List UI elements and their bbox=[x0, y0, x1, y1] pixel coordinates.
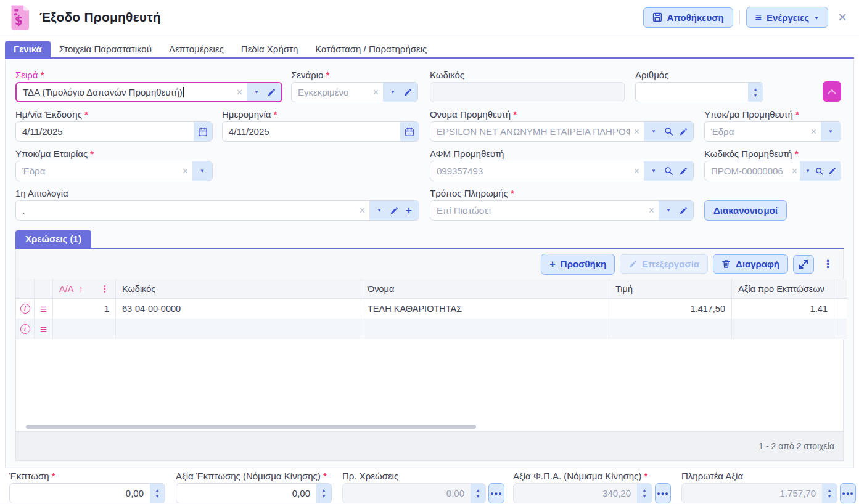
step-down-icon[interactable]: ▼ bbox=[754, 93, 758, 97]
hmerominia-input[interactable]: 4/11/2025 bbox=[222, 121, 419, 142]
axia-ekptosis-input[interactable]: 0,00 ▲ ▼ bbox=[176, 483, 332, 503]
header-timi[interactable]: Τιμή bbox=[609, 279, 732, 299]
edit-pencil-icon[interactable] bbox=[264, 83, 279, 101]
more-options-icon[interactable]: ●●● bbox=[655, 483, 671, 503]
number-stepper[interactable]: ▲ ▼ bbox=[637, 484, 652, 503]
step-down-icon[interactable]: ▼ bbox=[828, 494, 832, 498]
grid-delete-button[interactable]: Διαγραφή bbox=[713, 254, 788, 274]
sort-asc-icon[interactable]: ↑ bbox=[78, 284, 83, 294]
totals-bar: Έκπτωση 0,00 ▲ ▼ Αξία Έκπτωσης (Νόμισμα … bbox=[0, 471, 859, 503]
tab-leptomereies[interactable]: Λεπτομέρειες bbox=[160, 41, 232, 57]
step-down-icon[interactable]: ▼ bbox=[155, 494, 160, 498]
step-up-icon[interactable]: ▲ bbox=[155, 488, 160, 492]
scrollbar-thumb[interactable] bbox=[26, 425, 476, 429]
close-icon[interactable]: × bbox=[834, 10, 850, 25]
step-up-icon[interactable]: ▲ bbox=[476, 488, 480, 492]
table-row[interactable]: i ≡ 1 63-04-00-0000 ΤΕΛΗ ΚΑΘΑΡΙΟΤΗΤΑΣ 1.… bbox=[16, 299, 843, 319]
tab-charges[interactable]: Χρεώσεις (1) bbox=[15, 230, 91, 248]
tab-stoixeia-parastatikou[interactable]: Στοιχεία Παραστατικού bbox=[51, 41, 160, 57]
chevron-down-icon[interactable]: ▼ bbox=[385, 83, 400, 102]
search-icon[interactable] bbox=[661, 161, 676, 181]
more-options-icon[interactable]: ●●● bbox=[488, 483, 504, 503]
number-stepper[interactable]: ▲ ▼ bbox=[316, 484, 331, 503]
save-button[interactable]: Αποθήκευση bbox=[643, 7, 733, 28]
edit-pencil-icon[interactable] bbox=[676, 161, 691, 181]
search-icon[interactable] bbox=[661, 122, 676, 141]
chevron-down-icon[interactable]: ▼ bbox=[249, 83, 264, 101]
number-stepper[interactable]: ▲ ▼ bbox=[150, 484, 165, 503]
row-menu-icon[interactable]: ≡ bbox=[40, 303, 47, 315]
clear-icon[interactable]: × bbox=[369, 83, 383, 102]
add-icon[interactable]: + bbox=[401, 201, 416, 220]
chevron-down-icon[interactable]: ▼ bbox=[372, 201, 387, 220]
more-options-icon[interactable]: ●●● bbox=[840, 483, 856, 503]
tropos-pliromis-input[interactable]: Επί Πιστώσει × ▼ bbox=[430, 200, 694, 221]
actions-button[interactable]: ≡ Ενέργειες ▼ bbox=[746, 7, 828, 28]
search-icon[interactable] bbox=[813, 161, 826, 181]
tab-katastasi-paratiriseis[interactable]: Κατάσταση / Παρατηρήσεις bbox=[306, 41, 435, 57]
ypok-promitheuti-input[interactable]: Έδρα × ▼ bbox=[704, 121, 841, 142]
table-row[interactable]: i ≡ bbox=[16, 319, 843, 339]
clear-icon[interactable]: × bbox=[789, 161, 800, 181]
step-up-icon[interactable]: ▲ bbox=[828, 488, 832, 492]
onoma-promitheuti-input[interactable]: EPSILON NET ΑΝΩΝΥΜΗ ΕΤΑΙΡΕΙΑ ΠΛΗΡΟΦΟΡΙΚ.… bbox=[430, 121, 694, 142]
form-row-1: Σειρά ΤΔΑ (Τιμολόγιο Δαπανών Προμηθευτή)… bbox=[15, 70, 844, 109]
clear-icon[interactable]: × bbox=[630, 122, 644, 141]
number-stepper[interactable]: ▲ ▼ bbox=[471, 484, 485, 503]
header-axia[interactable]: Αξία προ Εκπτώσεων bbox=[732, 279, 834, 299]
clear-icon[interactable]: × bbox=[178, 161, 192, 181]
chevron-down-icon[interactable]: ▼ bbox=[646, 122, 661, 141]
clear-icon[interactable]: × bbox=[807, 122, 821, 141]
afm-input[interactable]: 099357493 × ▼ bbox=[430, 161, 694, 181]
header-kodikos[interactable]: Κωδικός bbox=[116, 279, 361, 299]
arithmos-input[interactable]: ▲ ▼ bbox=[635, 82, 763, 102]
ekptosi-input[interactable]: 0,00 ▲ ▼ bbox=[9, 483, 165, 503]
ypok-etairias-input[interactable]: Έδρα × ▼ bbox=[15, 161, 213, 181]
edit-pencil-icon[interactable] bbox=[387, 201, 401, 220]
settlements-button[interactable]: Διακανονισμοί bbox=[704, 200, 787, 221]
clear-icon[interactable]: × bbox=[644, 201, 659, 220]
row-menu-icon[interactable]: ≡ bbox=[40, 323, 47, 335]
collapse-header-button[interactable] bbox=[823, 81, 841, 102]
edit-pencil-icon[interactable] bbox=[676, 201, 691, 220]
clear-icon[interactable]: × bbox=[355, 201, 369, 220]
tab-pedia-xristi[interactable]: Πεδία Χρήστη bbox=[232, 41, 306, 57]
hm-ekdosis-input[interactable]: 4/11/2025 bbox=[15, 121, 213, 142]
edit-pencil-icon[interactable] bbox=[826, 161, 838, 181]
grid-more-menu-icon[interactable]: ⋮ bbox=[819, 258, 837, 270]
step-down-icon[interactable]: ▼ bbox=[322, 494, 326, 498]
grid-add-button[interactable]: + Προσθήκη bbox=[541, 254, 615, 275]
grid-edit-button[interactable]: Επεξεργασία bbox=[620, 254, 708, 274]
kodikos-promitheuti-input[interactable]: ΠΡΟΜ-00000006 × ▼ bbox=[704, 161, 841, 181]
header-aa[interactable]: A/A ↑ ⋮ bbox=[53, 279, 116, 299]
step-down-icon[interactable]: ▼ bbox=[476, 494, 480, 498]
step-down-icon[interactable]: ▼ bbox=[643, 494, 647, 498]
number-stepper[interactable]: ▲ ▼ bbox=[748, 83, 763, 102]
aitiologia-input[interactable]: . × ▼ + bbox=[15, 200, 419, 221]
senario-input[interactable]: Εγκεκριμένο × ▼ bbox=[291, 82, 418, 102]
chevron-down-icon[interactable]: ▼ bbox=[195, 161, 210, 181]
column-menu-icon[interactable]: ⋮ bbox=[101, 284, 110, 294]
step-up-icon[interactable]: ▲ bbox=[754, 87, 758, 91]
chevron-down-icon[interactable]: ▼ bbox=[802, 161, 813, 181]
step-up-icon[interactable]: ▲ bbox=[322, 488, 326, 492]
chevron-down-icon[interactable]: ▼ bbox=[661, 201, 676, 220]
tab-genika[interactable]: Γενικά bbox=[5, 41, 51, 57]
number-stepper[interactable]: ▲ ▼ bbox=[822, 484, 837, 503]
calendar-icon[interactable] bbox=[400, 122, 419, 141]
clear-icon[interactable]: × bbox=[630, 161, 644, 181]
cell-axia bbox=[732, 319, 834, 339]
edit-pencil-icon[interactable] bbox=[676, 122, 691, 141]
clear-icon[interactable]: × bbox=[232, 83, 247, 101]
step-up-icon[interactable]: ▲ bbox=[643, 488, 647, 492]
chevron-down-icon[interactable]: ▼ bbox=[646, 161, 661, 181]
calendar-icon[interactable] bbox=[194, 122, 212, 141]
seira-input[interactable]: ΤΔΑ (Τιμολόγιο Δαπανών Προμηθευτή) × ▼ bbox=[15, 82, 282, 102]
row-info-icon[interactable]: i bbox=[20, 324, 30, 334]
chevron-down-icon[interactable]: ▼ bbox=[823, 122, 838, 141]
horizontal-scrollbar[interactable] bbox=[18, 425, 841, 429]
row-info-icon[interactable]: i bbox=[20, 304, 30, 314]
header-onoma[interactable]: Όνομα bbox=[361, 279, 609, 299]
grid-expand-button[interactable] bbox=[793, 255, 814, 274]
edit-pencil-icon[interactable] bbox=[400, 83, 415, 102]
